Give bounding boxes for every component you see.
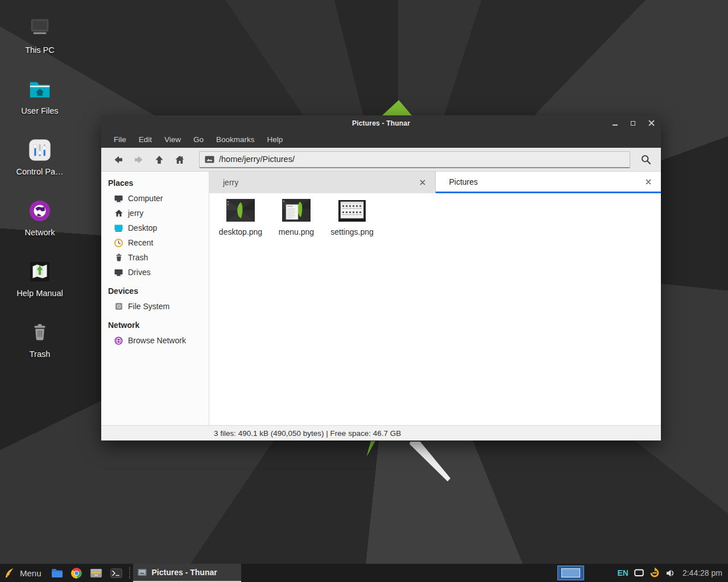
sidebar-item-file-system[interactable]: File System	[108, 299, 209, 314]
sidebar-item-desktop[interactable]: Desktop	[108, 221, 209, 235]
sidebar-item-trash[interactable]: Trash	[108, 250, 209, 265]
sidebar-header-network: Network	[108, 318, 209, 333]
workspace-switcher[interactable]	[557, 566, 584, 580]
desktop-icon-label: Control Pa…	[16, 167, 63, 176]
desktop-icon-help-manual[interactable]: Help Manual	[13, 258, 67, 298]
back-button[interactable]	[108, 151, 129, 169]
file-menu-png[interactable]: menu.png	[268, 198, 324, 236]
desktop-icon-label: User Files	[21, 106, 58, 115]
picture-file-icon	[205, 156, 214, 163]
sidebar-item-recent[interactable]: Recent	[108, 235, 209, 250]
browse-network-globe-icon	[114, 336, 123, 346]
keyboard-layout-indicator[interactable]: EN	[617, 568, 628, 577]
sidebar-item-drives[interactable]: Drives	[108, 265, 209, 280]
desktop-icon-user-files[interactable]: User Files	[13, 76, 67, 115]
home-icon	[114, 209, 123, 218]
file-system-drive-icon	[114, 302, 123, 311]
file-desktop-png[interactable]: desktop.png	[213, 198, 268, 236]
drives-icon	[114, 268, 123, 277]
menu-bookmarks[interactable]: Bookmarks	[210, 132, 261, 147]
sidebar-item-browse-network[interactable]: Browse Network	[108, 333, 209, 348]
menu-bar: File Edit View Go Bookmarks Help	[101, 131, 661, 148]
computer-icon	[114, 194, 123, 203]
sidebar-item-jerry-home[interactable]: jerry	[108, 206, 209, 221]
menu-png-thumbnail	[281, 198, 312, 224]
tab-bar: jerry Pictures	[209, 172, 661, 193]
location-path: /home/jerry/Pictures/	[219, 155, 295, 164]
sidebar-item-computer[interactable]: Computer	[108, 191, 209, 206]
desktop-icon-network[interactable]: Network	[13, 197, 67, 237]
taskbar: Menu Pictures - Thunar	[0, 564, 728, 582]
wallpaper-green-triangle	[382, 100, 412, 115]
location-bar[interactable]: /home/jerry/Pictures/	[199, 151, 630, 168]
network-globe-icon	[26, 197, 53, 225]
sidebar-header-devices: Devices	[108, 284, 209, 299]
control-panel-icon	[26, 136, 53, 164]
window-title: Pictures - Thunar	[101, 119, 661, 127]
display-tray-icon[interactable]	[634, 569, 644, 577]
file-settings-png[interactable]: settings.png	[324, 198, 380, 236]
file-view[interactable]: desktop.png menu.png	[209, 193, 661, 425]
desktop-icon-label: Help Manual	[16, 289, 63, 298]
start-menu-button[interactable]: Menu	[20, 568, 42, 578]
menu-file[interactable]: File	[107, 132, 133, 147]
forward-button[interactable]	[129, 151, 149, 169]
status-bar: 3 files: 490.1 kB (490,050 bytes) | Free…	[101, 425, 661, 440]
menu-go[interactable]: Go	[187, 132, 210, 147]
menu-view[interactable]: View	[158, 132, 187, 147]
desktop-png-thumbnail	[225, 198, 256, 224]
desktop-monitor-icon	[114, 223, 123, 233]
taskbar-clock[interactable]: 2:44:28 pm	[682, 568, 722, 577]
thunar-picture-icon	[138, 568, 147, 576]
sidebar-header-places: Places	[108, 176, 209, 191]
thunar-window: Pictures - Thunar File Edit View Go Book…	[101, 115, 661, 440]
taskbar-separator	[129, 567, 130, 579]
file-manager-launcher-icon[interactable]	[47, 564, 67, 582]
chrome-launcher-icon[interactable]	[67, 564, 86, 582]
tab-pictures[interactable]: Pictures	[436, 172, 661, 193]
updates-tray-icon[interactable]	[649, 567, 660, 579]
menu-help[interactable]: Help	[261, 132, 289, 147]
desktop-icon-label: This PC	[25, 45, 55, 55]
tab-jerry[interactable]: jerry	[209, 172, 436, 193]
wallpaper-green-sliver	[366, 441, 375, 456]
menu-edit[interactable]: Edit	[133, 132, 158, 147]
terminal-launcher-icon[interactable]	[106, 564, 126, 582]
trash-can-icon	[26, 319, 53, 346]
minimize-button[interactable]	[611, 119, 619, 127]
start-menu-feather-icon[interactable]	[0, 564, 19, 582]
trash-icon	[114, 253, 123, 263]
desktop-icon-label: Trash	[30, 350, 51, 359]
tab-close-icon[interactable]	[644, 177, 653, 186]
desktop-icon-control-panel[interactable]: Control Pa…	[13, 136, 67, 176]
settings-png-thumbnail	[337, 198, 367, 224]
desktop-icon-label: Network	[24, 228, 55, 237]
desktop-icon-column: This PC User Files Control Pa… Network H…	[13, 15, 67, 359]
toolbar: /home/jerry/Pictures/	[101, 148, 661, 172]
wallpaper-white-quill	[410, 442, 450, 481]
places-sidebar: Places Computer jerry Desktop	[101, 172, 209, 425]
desktop-icon-trash[interactable]: Trash	[13, 319, 67, 359]
home-button[interactable]	[169, 151, 190, 169]
recent-clock-icon	[114, 238, 123, 248]
up-button[interactable]	[149, 151, 169, 169]
workspace-1[interactable]	[561, 568, 580, 577]
maximize-button[interactable]	[629, 119, 637, 127]
computer-icon	[26, 15, 53, 42]
taskbar-window-button[interactable]: Pictures - Thunar	[133, 564, 241, 582]
search-button[interactable]	[636, 151, 656, 169]
close-button[interactable]	[647, 119, 655, 127]
status-text: 3 files: 490.1 kB (490,050 bytes) | Free…	[214, 429, 401, 438]
desktop-icon-this-pc[interactable]: This PC	[13, 15, 67, 55]
help-manual-icon	[26, 258, 53, 285]
window-titlebar[interactable]: Pictures - Thunar	[101, 115, 661, 131]
archive-manager-launcher-icon[interactable]	[86, 564, 106, 582]
home-folder-icon	[26, 76, 53, 103]
volume-tray-icon[interactable]	[665, 569, 675, 577]
tab-close-icon[interactable]	[418, 178, 427, 187]
